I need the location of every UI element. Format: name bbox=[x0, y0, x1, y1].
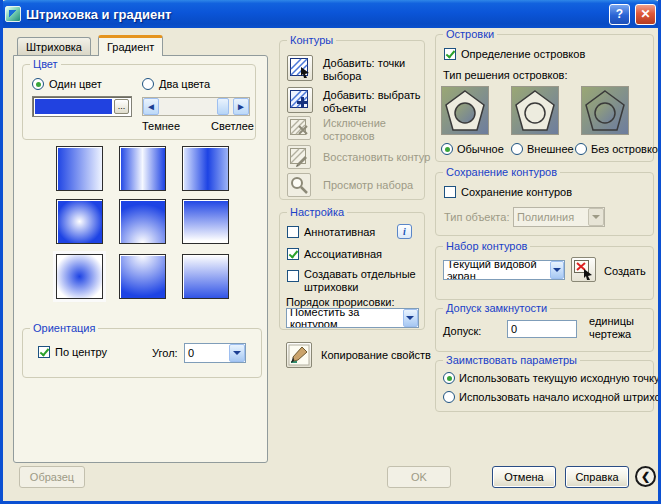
add-pick-points-label[interactable]: Добавить: точки выбора bbox=[323, 57, 423, 83]
add-select-objects-label[interactable]: Добавить: выбрать объекты bbox=[323, 89, 423, 115]
draw-order-combo-arrow-icon[interactable] bbox=[403, 309, 418, 327]
retention-group-title: Сохранение контуров bbox=[443, 166, 560, 178]
add-pick-points-button[interactable] bbox=[287, 55, 313, 81]
island-detection-checkbox[interactable] bbox=[444, 48, 456, 60]
view-selections-button bbox=[287, 173, 311, 197]
island-style-normal-image[interactable] bbox=[441, 86, 489, 135]
shade-left-arrow[interactable]: ◄ bbox=[143, 98, 159, 115]
select-objects-icon bbox=[289, 89, 311, 111]
centered-checkbox[interactable] bbox=[38, 346, 50, 358]
gap-tolerance-group-title: Допуск замкнутости bbox=[443, 302, 550, 314]
shade-right-arrow[interactable]: ► bbox=[233, 98, 249, 115]
island-outer-radio[interactable] bbox=[511, 143, 523, 155]
gap-tolerance-input[interactable] bbox=[507, 320, 577, 338]
gap-tolerance-label: Допуск: bbox=[443, 325, 481, 337]
color-swatch bbox=[35, 99, 112, 114]
boundary-set-value: Текущий видовой экран bbox=[447, 260, 550, 280]
inherit-properties-label[interactable]: Копирование свойств bbox=[321, 349, 431, 361]
collapse-preview-button[interactable]: ❮ bbox=[635, 466, 656, 487]
island-ignore-label[interactable]: Без островков bbox=[591, 143, 661, 155]
shade-tint-slider[interactable]: ◄ ► bbox=[142, 97, 250, 116]
use-source-origin-label[interactable]: Использовать начало исходной штриховки bbox=[459, 391, 661, 403]
paintbrush-icon bbox=[288, 344, 310, 366]
island-style-outer-image[interactable] bbox=[511, 86, 559, 135]
annotative-checkbox[interactable] bbox=[287, 226, 299, 238]
two-colors-radio[interactable] bbox=[142, 78, 154, 90]
angle-combo-arrow-icon[interactable] bbox=[229, 344, 245, 362]
remove-islands-button bbox=[287, 116, 311, 140]
recreate-boundary-button bbox=[287, 145, 311, 169]
orientation-group-title: Ориентация bbox=[30, 322, 98, 334]
two-colors-label[interactable]: Два цвета bbox=[159, 78, 210, 90]
associative-label[interactable]: Ассоциативная bbox=[304, 248, 382, 260]
boundary-set-combo-arrow-icon[interactable] bbox=[550, 261, 564, 279]
one-color-radio[interactable] bbox=[32, 78, 44, 90]
preview-button: Образец bbox=[19, 466, 85, 488]
use-current-origin-radio[interactable] bbox=[443, 372, 455, 384]
title-bar[interactable]: Штриховка и градиент ? ✕ bbox=[0, 0, 661, 28]
use-current-origin-label[interactable]: Использовать текущую исходную точку bbox=[459, 372, 659, 384]
magnifier-icon bbox=[289, 175, 309, 195]
color-swatch-well: ... bbox=[32, 96, 132, 117]
island-style-label: Тип решения островков: bbox=[443, 69, 568, 81]
gradient-swatch-inverted-curved[interactable] bbox=[182, 254, 229, 299]
gradient-swatch-spherical[interactable] bbox=[56, 199, 103, 244]
boundary-set-group-title: Набор контуров bbox=[443, 240, 530, 252]
shade-track[interactable] bbox=[159, 98, 233, 115]
gradient-swatch-inverted-spherical-selected[interactable] bbox=[56, 254, 103, 299]
use-source-origin-radio[interactable] bbox=[443, 391, 455, 403]
gradient-swatch-inverted-hemispherical[interactable] bbox=[119, 254, 166, 299]
darker-label: Темнее bbox=[142, 120, 180, 132]
separate-hatches-label[interactable]: Создавать отдельные штриховки bbox=[304, 268, 419, 294]
shade-thumb[interactable] bbox=[217, 98, 229, 115]
annotative-info-icon[interactable]: i bbox=[397, 224, 412, 239]
island-outer-icon bbox=[512, 87, 558, 134]
annotative-label[interactable]: Аннотативная bbox=[304, 226, 375, 238]
island-style-ignore-image[interactable] bbox=[581, 86, 629, 135]
new-boundary-set-button[interactable] bbox=[571, 257, 596, 282]
tab-gradient[interactable]: Градиент bbox=[98, 35, 163, 56]
boundary-set-combo[interactable]: Текущий видовой экран bbox=[443, 260, 565, 280]
color-browse-button[interactable]: ... bbox=[114, 99, 129, 114]
pick-points-icon bbox=[289, 57, 311, 79]
island-normal-label[interactable]: Обычное bbox=[457, 143, 504, 155]
gradient-swatch-inverted-cylinder[interactable] bbox=[182, 146, 229, 191]
separate-hatches-checkbox[interactable] bbox=[287, 270, 299, 282]
window-title: Штриховка и градиент bbox=[26, 7, 604, 22]
gradient-swatch-cylinder[interactable] bbox=[119, 146, 166, 191]
help-button[interactable]: Справка bbox=[565, 466, 629, 488]
close-button[interactable]: ✕ bbox=[635, 4, 656, 25]
associative-checkbox[interactable] bbox=[287, 248, 299, 260]
inherit-options-group: Заимствовать параметры bbox=[435, 360, 654, 412]
draw-order-label: Порядок прорисовки: bbox=[286, 296, 394, 308]
help-titlebar-button[interactable]: ? bbox=[609, 4, 630, 25]
gradient-swatch-hemispherical[interactable] bbox=[119, 199, 166, 244]
island-ignore-icon bbox=[582, 87, 628, 134]
islands-group-title: Островки bbox=[443, 28, 497, 40]
centered-label[interactable]: По центру bbox=[55, 346, 107, 358]
inherit-properties-button[interactable] bbox=[286, 342, 312, 368]
app-icon bbox=[5, 6, 21, 22]
tab-hatch[interactable]: Штриховка bbox=[17, 37, 91, 56]
retain-boundaries-checkbox[interactable] bbox=[444, 186, 456, 198]
retain-boundaries-label[interactable]: Сохранение контуров bbox=[461, 186, 572, 198]
island-ignore-radio[interactable] bbox=[575, 143, 587, 155]
angle-label: Угол: bbox=[152, 347, 178, 359]
gradient-tab-page: Цвет Один цвет Два цвета ... ◄ ► Темнее … bbox=[13, 55, 268, 463]
new-boundary-set-label[interactable]: Создать bbox=[604, 265, 646, 277]
cancel-button[interactable]: Отмена bbox=[492, 466, 556, 488]
angle-combo[interactable]: 0 bbox=[184, 343, 246, 363]
boundaries-group-title: Контуры bbox=[287, 34, 336, 46]
island-outer-label[interactable]: Внешнее bbox=[527, 143, 574, 155]
island-normal-radio[interactable] bbox=[441, 143, 453, 155]
color-group-title: Цвет bbox=[30, 58, 61, 70]
gradient-swatch-curved[interactable] bbox=[182, 199, 229, 244]
remove-islands-icon bbox=[289, 118, 309, 138]
add-select-objects-button[interactable] bbox=[287, 87, 313, 113]
gradient-swatch-linear[interactable] bbox=[56, 146, 103, 191]
island-detection-label[interactable]: Определение островков bbox=[461, 48, 585, 60]
recreate-boundary-icon bbox=[289, 147, 309, 167]
object-type-label: Тип объекта: bbox=[444, 211, 509, 223]
draw-order-combo[interactable]: Поместить за контуром bbox=[286, 308, 419, 328]
one-color-label[interactable]: Один цвет bbox=[49, 78, 102, 90]
